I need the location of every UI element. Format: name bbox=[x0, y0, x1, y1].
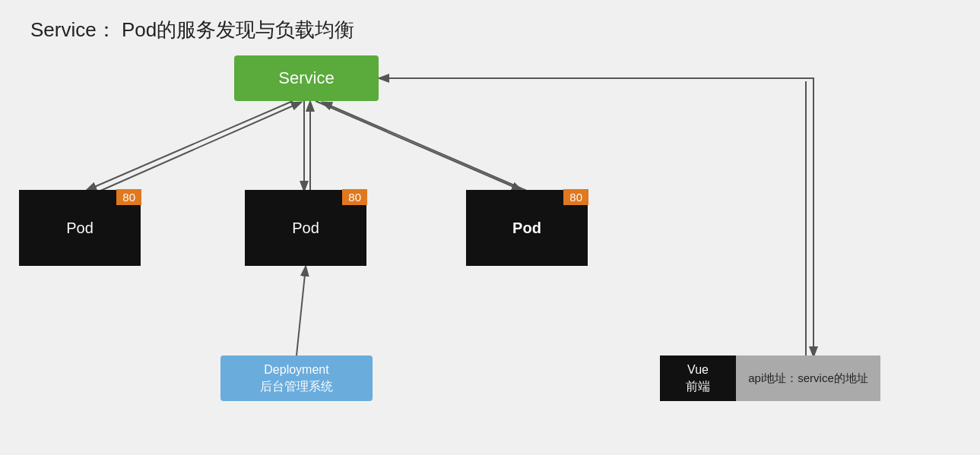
pod3-label: Pod bbox=[512, 220, 541, 237]
svg-line-4 bbox=[316, 101, 521, 190]
page-title: Service： Pod的服务发现与负载均衡 bbox=[30, 17, 354, 43]
pod3-badge: 80 bbox=[563, 189, 588, 205]
vue-line2: 前端 bbox=[686, 378, 710, 395]
deployment-line1: Deployment bbox=[264, 362, 328, 378]
api-label-text: api地址：service的地址 bbox=[748, 371, 868, 386]
svg-line-5 bbox=[323, 103, 528, 191]
pod-box-2: 80 Pod bbox=[245, 190, 366, 266]
svg-line-6 bbox=[297, 267, 306, 355]
vue-line1: Vue bbox=[687, 362, 709, 378]
pod-box-3: 80 Pod bbox=[466, 190, 588, 266]
service-box: Service bbox=[234, 55, 379, 101]
svg-line-1 bbox=[99, 103, 300, 191]
svg-line-0 bbox=[87, 101, 293, 190]
api-label: api地址：service的地址 bbox=[736, 355, 880, 401]
deployment-box: Deployment 后台管理系统 bbox=[220, 355, 373, 401]
pod1-badge: 80 bbox=[116, 189, 141, 205]
deployment-line2: 后台管理系统 bbox=[260, 378, 333, 395]
pod2-badge: 80 bbox=[342, 189, 367, 205]
pod-box-1: 80 Pod bbox=[19, 190, 141, 266]
pod1-label: Pod bbox=[66, 220, 94, 237]
vue-box: Vue 前端 bbox=[660, 355, 736, 401]
service-label: Service bbox=[278, 68, 334, 88]
pod2-label: Pod bbox=[292, 220, 319, 237]
